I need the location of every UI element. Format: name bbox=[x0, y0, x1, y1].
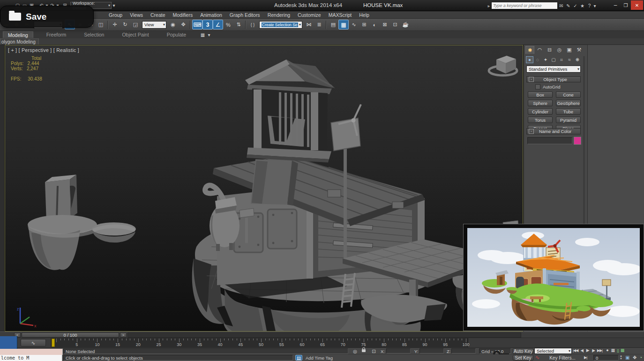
select-scale-icon[interactable]: ◲ bbox=[130, 20, 141, 29]
minimize-button[interactable]: – bbox=[610, 0, 621, 10]
rendered-frame-window-icon[interactable]: ⊡ bbox=[390, 20, 400, 29]
named-selection-sets-icon[interactable]: { } bbox=[247, 20, 258, 29]
menu-help[interactable]: Help bbox=[357, 12, 371, 18]
cone-button[interactable]: Cone bbox=[556, 91, 581, 98]
category-cameras[interactable]: ▢ bbox=[550, 56, 557, 63]
selection-set-key-dropdown[interactable]: Selected▾ bbox=[534, 348, 572, 354]
play-button[interactable]: ▶ bbox=[586, 348, 589, 353]
window-crossing-icon[interactable]: ◫ bbox=[96, 20, 106, 29]
y-coordinate-field[interactable] bbox=[419, 348, 444, 354]
key-mode-toggle[interactable]: ▶| bbox=[584, 355, 587, 360]
object-type-rollout-header[interactable]: - Object Type bbox=[526, 76, 581, 82]
new-key-icon[interactable]: ● bbox=[606, 348, 608, 353]
geometry-type-dropdown[interactable]: Standard Primitives▾ bbox=[526, 66, 581, 73]
align-icon[interactable]: ≣ bbox=[314, 20, 324, 29]
selection-bracket-icon[interactable]: [ ] bbox=[617, 348, 619, 353]
next-frame-button[interactable]: > bbox=[120, 332, 127, 338]
key-filters-button[interactable]: Key Filters... bbox=[543, 355, 582, 361]
name-color-rollout-header[interactable]: - Name and Color bbox=[526, 128, 581, 134]
ribbon-display-icon[interactable]: ▦ bbox=[199, 31, 206, 38]
isolate-selection-icon[interactable]: ◎ bbox=[352, 348, 359, 354]
menu-group[interactable]: Group bbox=[107, 12, 124, 18]
spinner-snap-icon[interactable]: ⇅ bbox=[233, 20, 244, 29]
track-bar-ruler[interactable]: 5101520253035404550556065707580859095100 bbox=[51, 338, 468, 347]
sphere-button[interactable]: Sphere bbox=[528, 100, 553, 106]
ribbon-toggle-button[interactable]: ▦ bbox=[338, 20, 349, 29]
polygon-modeling-panel-tab[interactable]: olygon Modeling bbox=[0, 38, 39, 44]
tab-hierarchy[interactable]: ⊟ bbox=[545, 46, 554, 54]
render-setup-icon[interactable]: ⊠ bbox=[380, 20, 390, 29]
coordinate-system-dropdown[interactable]: View▾ bbox=[142, 21, 166, 29]
help-icon[interactable]: ? bbox=[586, 2, 593, 9]
select-move-icon[interactable]: ✛ bbox=[110, 20, 120, 29]
save-render-icon[interactable]: ▣ bbox=[625, 355, 629, 360]
menu-maxscript[interactable]: MAXScript bbox=[327, 12, 354, 18]
category-geometry[interactable]: ● bbox=[526, 56, 533, 63]
go-to-end-button[interactable]: ▶▶| bbox=[597, 348, 602, 353]
help-flyout-icon[interactable]: ▾ bbox=[593, 2, 597, 9]
sign-in-icon[interactable]: ✓ bbox=[572, 2, 579, 9]
add-time-tag-label[interactable]: Add Time Tag bbox=[306, 355, 333, 361]
tube-button[interactable]: Tube bbox=[556, 108, 581, 115]
angle-snap-button[interactable]: ∠ bbox=[213, 20, 223, 29]
tab-utilities[interactable]: ⚒ bbox=[575, 46, 584, 54]
named-selection-dropdown[interactable]: Create Selection Se▾ bbox=[259, 21, 302, 29]
pyramid-button[interactable]: Pyramid bbox=[556, 117, 581, 123]
restore-button[interactable]: ❐ bbox=[621, 0, 631, 10]
menu-rendering[interactable]: Rendering bbox=[266, 12, 292, 18]
cylinder-button[interactable]: Cylinder bbox=[528, 108, 553, 115]
current-frame-field[interactable]: 0 bbox=[593, 355, 619, 361]
category-systems[interactable]: ❋ bbox=[574, 56, 581, 63]
previous-frame-button[interactable]: ◀| bbox=[580, 348, 583, 353]
set-key-button[interactable]: Set Key bbox=[513, 355, 533, 361]
next-frame-button[interactable]: |▶ bbox=[592, 348, 595, 353]
menu-animation[interactable]: Animation bbox=[198, 12, 224, 18]
percent-snap-icon[interactable]: % bbox=[223, 20, 233, 29]
subscription-icon[interactable]: ✎ bbox=[565, 2, 572, 9]
menu-create[interactable]: Create bbox=[149, 12, 167, 18]
x-coordinate-field[interactable] bbox=[386, 348, 411, 354]
object-name-field[interactable] bbox=[527, 137, 572, 144]
category-space-warps[interactable]: ≈ bbox=[566, 56, 573, 63]
tab-create[interactable]: ✱ bbox=[525, 46, 534, 54]
material-editor-icon[interactable]: ◐ bbox=[369, 20, 380, 29]
welcome-window-fragment[interactable]: lcome to M bbox=[0, 329, 62, 361]
pan-hand-icon[interactable]: ✥ bbox=[633, 355, 636, 360]
orbit-icon[interactable]: ◔ bbox=[639, 355, 642, 360]
go-to-start-button[interactable]: |◀◀ bbox=[573, 348, 578, 353]
render-production-icon[interactable]: ☕ bbox=[400, 20, 411, 29]
geosphere-button[interactable]: GeoSphere bbox=[556, 100, 581, 106]
perspective-viewport[interactable]: [ + ] [ Perspective ] [ Realistic ] Tota… bbox=[5, 45, 523, 332]
ribbon-tab-freeform[interactable]: Freeform bbox=[42, 31, 71, 38]
close-button[interactable]: ✕ bbox=[631, 0, 643, 10]
auto-key-button[interactable]: Auto Key bbox=[513, 348, 533, 354]
viewport-canvas[interactable]: z x bbox=[5, 45, 523, 331]
search-icon[interactable]: ✉ bbox=[558, 2, 565, 9]
search-input[interactable] bbox=[491, 2, 558, 9]
z-coordinate-field[interactable] bbox=[451, 348, 476, 354]
show-keys-icon[interactable]: ▦ bbox=[611, 348, 615, 353]
select-manipulate-icon[interactable]: ✥ bbox=[178, 20, 188, 29]
tab-motion[interactable]: ◎ bbox=[555, 46, 564, 54]
curve-editor-icon[interactable]: ∿ bbox=[349, 20, 359, 29]
snap-3d-button[interactable]: 3 bbox=[202, 20, 213, 29]
workspace-flag-icon[interactable]: ▾ bbox=[112, 2, 116, 9]
category-lights[interactable]: ✦ bbox=[542, 56, 549, 63]
category-shapes[interactable]: ◌ bbox=[534, 56, 541, 63]
ribbon-tab-populate[interactable]: Populate bbox=[162, 31, 191, 38]
menu-modifiers[interactable]: Modifiers bbox=[171, 12, 195, 18]
pivot-center-icon[interactable]: ◉ bbox=[168, 20, 178, 29]
box-button[interactable]: Box bbox=[528, 91, 553, 98]
isolate-cube-icon[interactable]: ▩ bbox=[621, 348, 624, 353]
select-rotate-icon[interactable]: ↻ bbox=[120, 20, 130, 29]
time-slider-track[interactable] bbox=[127, 332, 521, 338]
ribbon-display-caret-icon[interactable]: ▾ bbox=[207, 31, 211, 38]
tab-modify[interactable]: ◠ bbox=[535, 46, 544, 54]
category-helpers[interactable]: ⌗ bbox=[558, 56, 565, 63]
infocenter-expand-icon[interactable]: ▸ bbox=[487, 2, 491, 9]
menu-customize[interactable]: Customize bbox=[296, 12, 323, 18]
menu-graph-editors[interactable]: Graph Editors bbox=[228, 12, 262, 18]
menu-views[interactable]: Views bbox=[128, 12, 145, 18]
absolute-offset-toggle-icon[interactable]: ⊡ bbox=[370, 348, 377, 354]
viewcube[interactable] bbox=[489, 56, 517, 75]
